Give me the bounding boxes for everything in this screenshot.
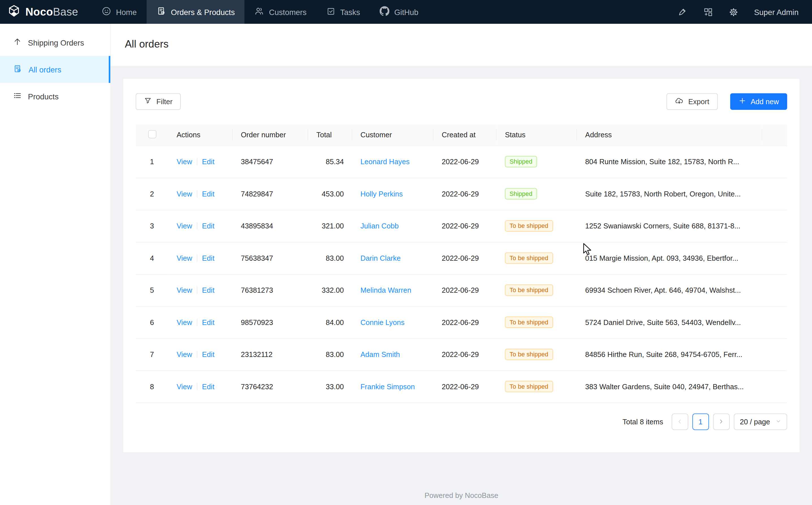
customer-link[interactable]: Adam Smith bbox=[360, 350, 400, 358]
nocobase-logo[interactable]: NocoBase bbox=[0, 0, 92, 24]
address-cell: 804 Runte Mission, Suite 182, 15783, Nor… bbox=[577, 146, 762, 177]
nav-item-label: Orders & Products bbox=[171, 8, 235, 16]
customer-cell: Melinda Warren bbox=[352, 274, 434, 306]
table-row: 3ViewEdit43895834321.00Julian Cobb2022-0… bbox=[136, 210, 787, 242]
actions-cell: ViewEdit bbox=[168, 274, 233, 306]
created-at-cell: 2022-06-29 bbox=[434, 338, 497, 370]
edit-link[interactable]: Edit bbox=[202, 254, 215, 262]
customer-link[interactable]: Melinda Warren bbox=[360, 286, 412, 294]
select-all-checkbox[interactable] bbox=[148, 130, 156, 138]
previous-page-button[interactable] bbox=[671, 413, 688, 430]
address-cell: 69934 Schoen River, Apt. 646, 49704, Wal… bbox=[577, 274, 762, 306]
column-header-address: Address bbox=[577, 124, 762, 146]
export-button-label: Export bbox=[689, 98, 709, 106]
table-header-row: Actions Order number Total Customer Crea… bbox=[136, 124, 787, 146]
top-navbar: NocoBase Home Orders & Products Customer… bbox=[0, 0, 812, 24]
spacer-cell bbox=[762, 242, 787, 274]
nav-item-customers[interactable]: Customers bbox=[245, 0, 317, 24]
nav-item-tasks[interactable]: Tasks bbox=[316, 0, 370, 24]
created-at-cell: 2022-06-29 bbox=[434, 274, 497, 306]
edit-link[interactable]: Edit bbox=[202, 190, 215, 198]
actions-cell: ViewEdit bbox=[168, 370, 233, 402]
view-link[interactable]: View bbox=[177, 350, 192, 358]
logo-text: NocoBase bbox=[25, 6, 78, 18]
customer-cell: Darin Clarke bbox=[352, 242, 434, 274]
nav-item-github[interactable]: GitHub bbox=[370, 0, 428, 24]
edit-link[interactable]: Edit bbox=[202, 350, 215, 358]
created-at-cell: 2022-06-29 bbox=[434, 178, 497, 210]
powered-by-footer: Powered by NocoBase bbox=[123, 491, 800, 505]
column-header-customer: Customer bbox=[352, 124, 434, 146]
view-link[interactable]: View bbox=[177, 318, 192, 326]
spacer-cell bbox=[762, 178, 787, 210]
filter-button-label: Filter bbox=[157, 98, 173, 106]
page-header: All orders bbox=[111, 24, 812, 66]
order-document-icon bbox=[157, 6, 166, 18]
edit-link[interactable]: Edit bbox=[202, 382, 215, 391]
spacer-cell bbox=[762, 370, 787, 402]
status-cell: To be shipped bbox=[497, 338, 577, 370]
order-number-cell: 23132112 bbox=[233, 338, 308, 370]
status-cell: To be shipped bbox=[497, 274, 577, 306]
funnel-icon bbox=[144, 97, 152, 106]
customer-link[interactable]: Connie Lyons bbox=[360, 318, 404, 326]
spacer-cell bbox=[762, 210, 787, 242]
actions-divider bbox=[197, 190, 198, 198]
customer-cell: Connie Lyons bbox=[352, 306, 434, 338]
address-cell: 015 Margie Mission, Apt. 093, 34936, Ebe… bbox=[577, 242, 762, 274]
customer-link[interactable]: Frankie Simpson bbox=[360, 382, 415, 391]
edit-link[interactable]: Edit bbox=[202, 318, 215, 326]
page-title: All orders bbox=[125, 38, 812, 50]
customer-link[interactable]: Darin Clarke bbox=[360, 254, 400, 262]
customer-link[interactable]: Leonard Hayes bbox=[360, 157, 410, 166]
page-size-select[interactable]: 20 / page bbox=[734, 413, 787, 430]
page-size-label: 20 / page bbox=[740, 417, 770, 426]
created-at-cell: 2022-06-29 bbox=[434, 306, 497, 338]
order-number-cell: 43895834 bbox=[233, 210, 308, 242]
column-header-created-at: Created at bbox=[434, 124, 497, 146]
edit-link[interactable]: Edit bbox=[202, 222, 215, 230]
view-link[interactable]: View bbox=[177, 190, 192, 198]
current-page-button[interactable]: 1 bbox=[692, 413, 709, 430]
actions-cell: ViewEdit bbox=[168, 210, 233, 242]
actions-cell: ViewEdit bbox=[168, 178, 233, 210]
ui-editor-icon[interactable] bbox=[678, 7, 688, 17]
cube-logo-icon bbox=[7, 4, 21, 20]
view-link[interactable]: View bbox=[177, 157, 192, 166]
select-all-cell bbox=[136, 124, 168, 146]
view-link[interactable]: View bbox=[177, 222, 192, 230]
view-link[interactable]: View bbox=[177, 254, 192, 262]
add-new-button[interactable]: Add new bbox=[730, 93, 787, 110]
column-header-status: Status bbox=[497, 124, 577, 146]
customer-link[interactable]: Holly Perkins bbox=[360, 190, 403, 198]
status-badge: Shipped bbox=[505, 188, 537, 199]
order-number-cell: 38475647 bbox=[233, 146, 308, 177]
sidebar-item-shipping-orders[interactable]: Shipping Orders bbox=[0, 29, 110, 56]
table-row: 7ViewEdit2313211283.00Adam Smith2022-06-… bbox=[136, 338, 787, 370]
export-button[interactable]: Export bbox=[666, 93, 718, 110]
pagination-total: Total 8 items bbox=[622, 417, 663, 426]
table-row: 8ViewEdit7376423233.00Frankie Simpson202… bbox=[136, 370, 787, 402]
people-icon bbox=[254, 6, 264, 18]
edit-link[interactable]: Edit bbox=[202, 286, 215, 294]
customer-cell: Julian Cobb bbox=[352, 210, 434, 242]
filter-button[interactable]: Filter bbox=[136, 93, 181, 110]
total-cell: 332.00 bbox=[308, 274, 352, 306]
actions-cell: ViewEdit bbox=[168, 338, 233, 370]
row-index: 7 bbox=[136, 338, 168, 370]
settings-gear-icon[interactable] bbox=[729, 7, 739, 17]
nav-item-home[interactable]: Home bbox=[92, 0, 147, 24]
edit-link[interactable]: Edit bbox=[202, 157, 215, 166]
view-link[interactable]: View bbox=[177, 382, 192, 391]
plugin-blocks-icon[interactable] bbox=[703, 7, 713, 17]
actions-cell: ViewEdit bbox=[168, 242, 233, 274]
next-page-button[interactable] bbox=[713, 413, 730, 430]
view-link[interactable]: View bbox=[177, 286, 192, 294]
actions-divider bbox=[197, 287, 198, 294]
sidebar-item-all-orders[interactable]: All orders bbox=[0, 56, 110, 83]
nav-item-orders-products[interactable]: Orders & Products bbox=[147, 0, 245, 24]
user-menu[interactable]: Super Admin bbox=[754, 8, 798, 16]
smiley-icon bbox=[101, 6, 111, 18]
sidebar-item-products[interactable]: Products bbox=[0, 83, 110, 110]
customer-link[interactable]: Julian Cobb bbox=[360, 222, 398, 230]
